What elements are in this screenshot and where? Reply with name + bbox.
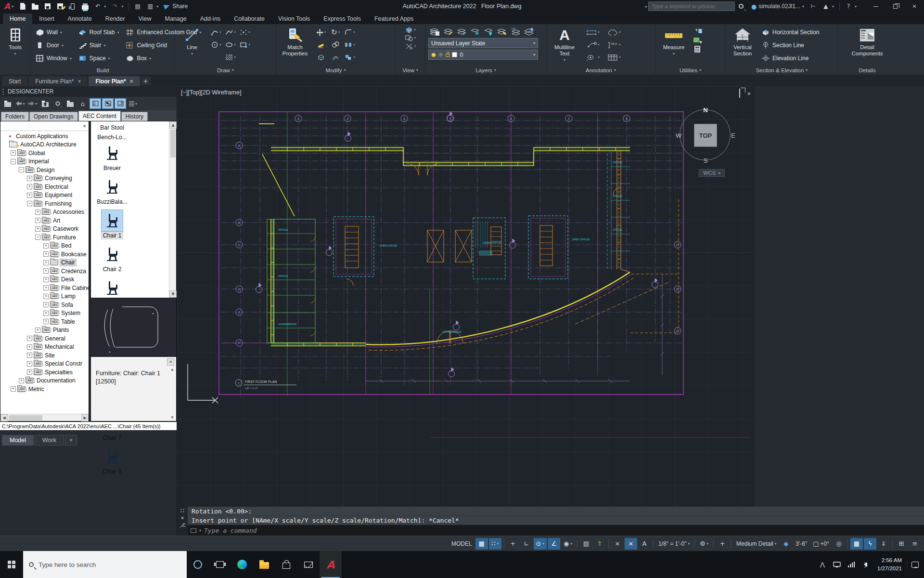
wall-button[interactable]: Wall▾ — [34, 26, 74, 39]
grip-dots-icon[interactable] — [180, 508, 185, 513]
line-button[interactable]: Line ▾ — [178, 26, 206, 56]
layer-dropdown[interactable]: ● ☼ 0▾ — [428, 50, 538, 60]
layer-states-button[interactable] — [523, 26, 535, 37]
tree-view-toggle-button[interactable] — [90, 98, 101, 109]
grid-display-toggle[interactable]: ▦ — [475, 538, 488, 550]
ribbon-tab[interactable]: Express Tools — [317, 13, 368, 24]
viewport-controls[interactable]: [−][Top][2D Wireframe] — [181, 89, 241, 96]
file-tab[interactable]: Floor Plan* × — [89, 76, 140, 86]
search-expand-caret-icon[interactable]: ▸ — [645, 4, 647, 9]
layer-color-swatch[interactable] — [452, 52, 457, 57]
block-item[interactable]: Breuer — [93, 143, 131, 171]
view-cube-button[interactable]: ▾ — [405, 26, 416, 34]
ribbon-tab[interactable]: Vision Tools — [271, 13, 317, 24]
move-button[interactable]: ▾ — [314, 26, 328, 39]
section-line-button[interactable]: A Section Line — [759, 39, 821, 52]
tree-item[interactable]: Furnishing — [0, 199, 89, 208]
tree-item[interactable]: Global — [0, 149, 89, 158]
scroll-right-icon[interactable]: ▶ — [81, 414, 89, 421]
autoscale-toggle[interactable]: ⇑ — [593, 538, 606, 550]
new-file-button[interactable] — [16, 1, 29, 12]
file-tab[interactable]: Start × — [2, 76, 27, 86]
show-hidden-icons-button[interactable]: ⋀ — [816, 551, 829, 578]
ortho-mode-toggle[interactable]: ∟ — [520, 538, 533, 550]
tree-expand-toggle[interactable] — [43, 285, 49, 290]
panel-label-view[interactable]: View▾ — [396, 66, 425, 75]
model-space-button[interactable]: MODEL — [449, 538, 475, 550]
tree-item[interactable]: Chair — [0, 259, 89, 267]
autocad-app-icon[interactable]: A — [0, 1, 12, 11]
tree-item[interactable]: File Cabinet — [0, 284, 89, 292]
command-input[interactable]: ▾ Type a command — [188, 525, 924, 536]
autodesk-logo-button[interactable]: ▲ — [820, 1, 832, 12]
tree-item[interactable]: General — [0, 334, 89, 343]
block-item[interactable]: Chair 2 — [93, 244, 131, 273]
drawing-window[interactable]: [−][Top][2D Wireframe] × — [177, 86, 755, 507]
fillet-button[interactable]: ▾ — [343, 26, 357, 39]
named-views-button[interactable]: ▾ — [405, 34, 416, 42]
rectangle-button[interactable]: ▾ — [238, 39, 252, 51]
new-drawing-tab-button[interactable]: + — [141, 77, 151, 86]
object-snap-toggle[interactable]: ⨯ — [625, 538, 637, 550]
customization-menu-button[interactable]: ≡ — [909, 538, 921, 550]
volume-tray-icon[interactable] — [859, 551, 873, 578]
views-button[interactable]: ▾ — [127, 98, 139, 109]
tree-item[interactable]: Metric — [0, 385, 89, 394]
open-file-button[interactable] — [29, 1, 41, 12]
wcs-dropdown[interactable]: WCS▾ — [699, 169, 725, 177]
autocad-taskbar-button[interactable]: A — [320, 551, 342, 578]
tree-item[interactable]: Site — [0, 351, 89, 360]
description-scrollbar[interactable]: ▲▼ — [169, 368, 175, 420]
panel-label-modify[interactable]: Modify▾ — [276, 66, 395, 75]
command-history-line[interactable]: Insert point or [NAme/X scale/Y scale/Z … — [188, 516, 924, 525]
tree-expand-toggle[interactable] — [43, 319, 49, 324]
erase-button[interactable] — [314, 39, 328, 51]
ribbon-tab[interactable]: Manage — [158, 13, 193, 24]
viewcube-east[interactable]: E — [731, 132, 735, 139]
plot-button[interactable] — [79, 1, 91, 12]
leader-button[interactable]: ▾ — [582, 39, 603, 51]
task-view-button[interactable] — [209, 551, 231, 578]
layer-lock-button[interactable] — [482, 26, 495, 37]
ribbon-tab[interactable]: Annotate — [61, 13, 99, 24]
hardware-acceleration-toggle[interactable]: ϟ — [864, 538, 876, 550]
taskbar-clock[interactable]: 2:56 AM 1/27/2021 — [873, 556, 906, 573]
customize-wrench-icon[interactable] — [180, 523, 185, 528]
tree-item[interactable]: Table — [0, 317, 89, 326]
scrollbar-thumb[interactable] — [170, 130, 176, 158]
select-similar-button[interactable] — [692, 36, 703, 44]
tree-item[interactable]: Accessories — [0, 208, 89, 217]
content-vertical-scrollbar[interactable]: ▲ ▼ — [169, 121, 176, 298]
graphics-performance-toggle[interactable]: ▦ — [850, 538, 863, 550]
close-window-button[interactable]: × — [905, 0, 924, 13]
up-button[interactable] — [39, 98, 51, 109]
tree-item[interactable]: Design — [0, 166, 89, 174]
block-item[interactable]: Chair 8 — [93, 446, 131, 475]
ribbon-tab[interactable]: Add-ins — [193, 13, 227, 24]
floor-plan-drawing[interactable]: 234 567 8 ABC DEF CDE — [177, 86, 755, 507]
block-item[interactable]: Bench-Lo... — [93, 133, 131, 141]
tree-item[interactable]: Imperial — [0, 158, 89, 166]
back-button[interactable]: ▾ — [14, 98, 26, 109]
display-tray-icon[interactable] — [830, 551, 844, 578]
layer-previous-button[interactable] — [509, 26, 522, 37]
load-button[interactable] — [2, 98, 13, 109]
quick-select-button[interactable] — [692, 27, 703, 35]
home-button[interactable]: ⌂ — [77, 98, 89, 109]
copy-button[interactable] — [328, 39, 343, 51]
designcenter-titlebar[interactable]: DESIGNCENTER — [0, 86, 177, 97]
match-properties-button[interactable]: Match Properties — [279, 26, 311, 57]
tree-expand-toggle[interactable] — [43, 251, 49, 257]
tree-expand-toggle[interactable] — [27, 369, 32, 375]
palette-grip-icon[interactable] — [2, 88, 4, 95]
panel-label-draw[interactable]: Draw▾ — [175, 66, 276, 75]
panel-label-details[interactable]: Details — [838, 66, 896, 75]
recent-commands-caret-icon[interactable]: ▾ — [199, 528, 201, 533]
window-button[interactable]: Window▾ — [34, 52, 74, 65]
ribbon-tab[interactable]: Home — [3, 13, 32, 24]
tree-item[interactable]: Conveying — [0, 174, 89, 183]
isometric-drafting-toggle[interactable]: ◉▾ — [561, 538, 575, 550]
designcenter-tab[interactable]: AEC Content — [78, 111, 121, 121]
tree-item[interactable]: Desk — [0, 276, 89, 284]
tree-expand-toggle[interactable] — [35, 226, 40, 232]
